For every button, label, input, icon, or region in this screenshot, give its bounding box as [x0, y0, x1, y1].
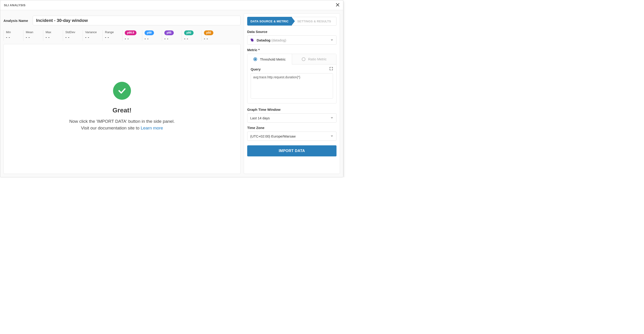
stat-value: - -	[164, 37, 178, 41]
stats-bar: Min - - Mean - - Max - - StdDev - - Vari…	[4, 30, 240, 41]
metric-tab-threshold-label: Threshold Metric	[260, 57, 286, 61]
stat-label: Max	[46, 31, 60, 34]
query-label: Query	[251, 67, 260, 71]
stat-value: - -	[65, 35, 80, 39]
datadog-icon	[250, 38, 254, 42]
stat-p90: p90 - -	[182, 30, 202, 41]
stat-label: Mean	[26, 31, 40, 34]
data-source-sub: (datadog)	[271, 38, 286, 42]
graph-window-label: Graph Time Window	[247, 108, 336, 112]
percentile-badge: p99	[144, 31, 154, 35]
stat-value: - -	[6, 35, 20, 39]
stat-p50: p50 - -	[202, 30, 221, 41]
metric-box: Threshold Metric Ratio Metric Query	[247, 54, 336, 103]
chevron-down-icon	[330, 38, 334, 42]
stat-value: - -	[204, 37, 218, 41]
learn-more-link[interactable]: Learn more	[141, 126, 163, 130]
tab-data-source-metric[interactable]: DATA SOURCE & METRIC	[247, 17, 292, 26]
stat-p99: p99 - -	[142, 30, 162, 41]
tab-settings-results[interactable]: SETTINGS & RESULTS	[292, 17, 336, 26]
main-panel: Analysis Name Min - - Mean - - Max - - S…	[0, 10, 244, 177]
timezone-value: (UTC+02:00) Europe/Warsaw	[250, 134, 296, 138]
stat-variance: Variance - -	[83, 30, 102, 41]
radio-unchecked-icon	[302, 57, 306, 61]
stat-value: - -	[125, 37, 139, 41]
graph-window-select[interactable]: Last 14 days	[247, 113, 336, 123]
percentile-badge: p99.9	[125, 31, 136, 35]
stat-value: - -	[105, 35, 119, 39]
stat-mean: Mean - -	[23, 30, 43, 41]
stat-p999: p99.9 - -	[122, 30, 142, 41]
chevron-down-icon	[330, 116, 334, 120]
side-panel: DATA SOURCE & METRIC SETTINGS & RESULTS …	[244, 13, 340, 174]
stat-range: Range - -	[102, 30, 122, 41]
stat-label: Variance	[85, 31, 99, 34]
import-data-button[interactable]: IMPORT DATA	[247, 145, 336, 156]
empty-state: Great! Now click the 'IMPORT DATA' butto…	[69, 82, 175, 131]
query-input[interactable]	[251, 73, 333, 99]
stat-value: - -	[85, 35, 99, 39]
success-check-icon	[113, 82, 131, 100]
empty-state-line1: Now click the 'IMPORT DATA' button in th…	[69, 119, 175, 124]
side-tabs: DATA SOURCE & METRIC SETTINGS & RESULTS	[247, 17, 336, 26]
analysis-name-label: Analysis Name	[4, 19, 28, 23]
percentile-badge: p90	[184, 31, 194, 35]
metric-tab-threshold[interactable]: Threshold Metric	[248, 54, 292, 65]
stat-label: StdDev	[65, 31, 80, 34]
metric-tab-ratio[interactable]: Ratio Metric	[292, 54, 336, 65]
stat-label: Min	[6, 31, 20, 34]
stat-max: Max - -	[43, 30, 63, 41]
modal-titlebar: SLI ANALYSIS	[0, 0, 343, 10]
percentile-badge: p50	[204, 31, 213, 35]
analysis-name-input[interactable]	[33, 16, 240, 25]
stat-value: - -	[46, 35, 60, 39]
timezone-label: Time Zone	[247, 126, 336, 130]
stat-value: - -	[26, 35, 40, 39]
stat-value: - -	[184, 37, 198, 41]
stat-label: Range	[105, 31, 119, 34]
chart-canvas: Great! Now click the 'IMPORT DATA' butto…	[4, 44, 240, 174]
empty-state-line2-prefix: Visit our documentation site to	[81, 126, 141, 130]
empty-state-heading: Great!	[69, 107, 175, 114]
chevron-down-icon	[330, 134, 334, 138]
timezone-select[interactable]: (UTC+02:00) Europe/Warsaw	[247, 132, 336, 141]
data-source-label: Data Source	[247, 30, 336, 34]
graph-window-value: Last 14 days	[250, 116, 270, 120]
sli-analysis-modal: SLI ANALYSIS Analysis Name Min - - Mean …	[0, 0, 344, 177]
data-source-select[interactable]: Datadog (datadog)	[247, 36, 336, 45]
data-source-value: Datadog	[257, 38, 270, 42]
stat-value: - -	[144, 37, 158, 41]
expand-icon[interactable]	[329, 67, 333, 71]
close-button[interactable]	[336, 3, 340, 8]
modal-title: SLI ANALYSIS	[4, 4, 26, 7]
metric-label: Metric *	[247, 48, 336, 52]
stat-p95: p95 - -	[162, 30, 182, 41]
percentile-badge: p95	[164, 31, 174, 35]
close-icon	[336, 2, 340, 8]
stat-min: Min - -	[4, 30, 23, 41]
radio-checked-icon	[254, 57, 257, 61]
stat-stddev: StdDev - -	[63, 30, 83, 41]
metric-tab-ratio-label: Ratio Metric	[308, 57, 326, 61]
